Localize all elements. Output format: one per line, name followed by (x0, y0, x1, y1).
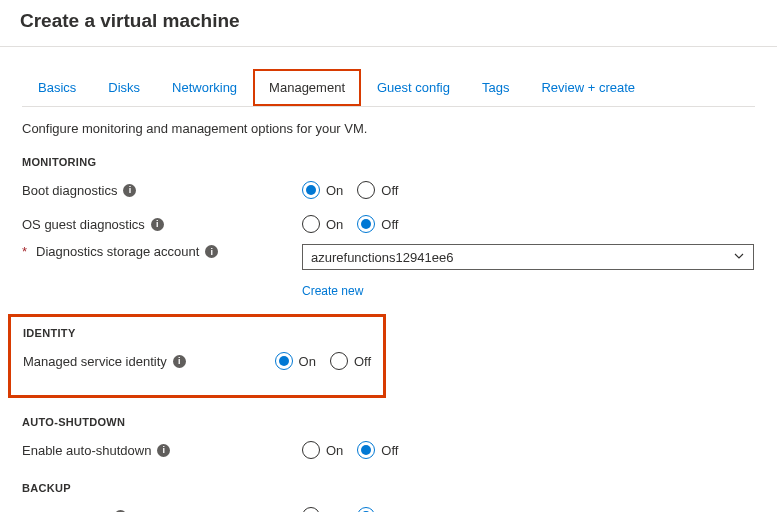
radio-label-on: On (326, 217, 343, 232)
radio-label-off: Off (381, 443, 398, 458)
info-icon[interactable]: i (205, 245, 218, 258)
tab-management[interactable]: Management (253, 69, 361, 106)
tab-review-create[interactable]: Review + create (525, 69, 651, 106)
tab-tags[interactable]: Tags (466, 69, 525, 106)
radio-label-off: Off (381, 509, 398, 513)
backup-on[interactable]: On (302, 507, 343, 512)
label-boot-diagnostics: Boot diagnostics (22, 183, 117, 198)
radio-label-off: Off (381, 183, 398, 198)
section-heading-monitoring: MONITORING (22, 156, 755, 168)
radio-label-on: On (326, 443, 343, 458)
radio-label-off: Off (381, 217, 398, 232)
os-guest-diagnostics-on[interactable]: On (302, 215, 343, 233)
tab-networking[interactable]: Networking (156, 69, 253, 106)
page-title: Create a virtual machine (0, 0, 777, 47)
label-enable-autoshutdown: Enable auto-shutdown (22, 443, 151, 458)
identity-highlight: IDENTITY Managed service identity i On O… (8, 314, 386, 398)
label-diagnostics-storage-account: Diagnostics storage account (36, 244, 199, 259)
msi-radio-group: On Off (275, 352, 371, 370)
label-os-guest-diagnostics: OS guest diagnostics (22, 217, 145, 232)
tab-bar: Basics Disks Networking Management Guest… (22, 69, 755, 107)
boot-diagnostics-off[interactable]: Off (357, 181, 398, 199)
autoshutdown-off[interactable]: Off (357, 441, 398, 459)
info-icon[interactable]: i (157, 444, 170, 457)
tab-guest-config[interactable]: Guest config (361, 69, 466, 106)
tab-basics[interactable]: Basics (22, 69, 92, 106)
select-value: azurefunctions12941ee6 (311, 250, 453, 265)
diagnostics-storage-account-select[interactable]: azurefunctions12941ee6 (302, 244, 754, 270)
backup-off[interactable]: Off (357, 507, 398, 512)
info-icon[interactable]: i (173, 355, 186, 368)
section-heading-autoshutdown: AUTO-SHUTDOWN (22, 416, 755, 428)
chevron-down-icon (733, 250, 745, 265)
label-enable-backup: Enable backup (22, 509, 108, 513)
autoshutdown-on[interactable]: On (302, 441, 343, 459)
backup-radio-group: On Off (302, 507, 398, 512)
boot-diagnostics-radio-group: On Off (302, 181, 398, 199)
radio-label-on: On (326, 509, 343, 513)
boot-diagnostics-on[interactable]: On (302, 181, 343, 199)
radio-label-on: On (326, 183, 343, 198)
label-managed-service-identity: Managed service identity (23, 354, 167, 369)
info-icon[interactable]: i (151, 218, 164, 231)
section-heading-backup: BACKUP (22, 482, 755, 494)
autoshutdown-radio-group: On Off (302, 441, 398, 459)
create-new-link[interactable]: Create new (302, 284, 363, 298)
required-indicator: * (22, 244, 27, 259)
msi-off[interactable]: Off (330, 352, 371, 370)
msi-on[interactable]: On (275, 352, 316, 370)
tab-disks[interactable]: Disks (92, 69, 156, 106)
os-guest-diagnostics-radio-group: On Off (302, 215, 398, 233)
info-icon[interactable]: i (123, 184, 136, 197)
os-guest-diagnostics-off[interactable]: Off (357, 215, 398, 233)
tab-description: Configure monitoring and management opti… (22, 121, 755, 136)
section-heading-identity: IDENTITY (23, 327, 371, 339)
radio-label-off: Off (354, 354, 371, 369)
radio-label-on: On (299, 354, 316, 369)
